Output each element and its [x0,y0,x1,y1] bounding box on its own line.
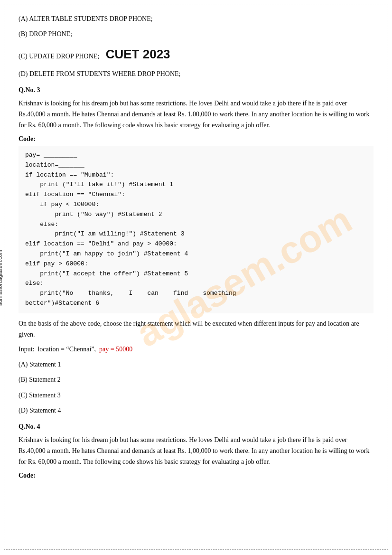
q3-text: Krishnav is looking for his dream job bu… [19,98,373,131]
option-a-q2: (A) ALTER TABLE STUDENTS DROP PHONE; [19,14,373,24]
q3-after-code: On the basis of the above code, choose t… [19,318,373,340]
q3-code-block: pay= _________ location=_______ if locat… [19,146,373,313]
option-b-q2: (B) DROP PHONE; [19,29,373,39]
q3-code-label: Code: [19,135,373,143]
q3-pay-highlight: pay = 50000 [99,346,132,353]
q3-number: Q.No. 3 [19,86,373,94]
side-label: admission.aglasem.com [0,250,3,306]
q4-text: Krishnav is looking for his dream job bu… [19,434,373,467]
q3-option-b: (B) Statement 2 [19,375,373,385]
q3-input-line: Input: location = “Chennai”, pay = 50000 [19,344,373,355]
q3-option-c: (C) Statement 3 [19,390,373,401]
q4-code-label: Code: [19,472,373,480]
cuet-heading: CUET 2023 [106,47,170,61]
q3-option-a: (A) Statement 1 [19,359,373,370]
page-container: aglasem.com (A) ALTER TABLE STUDENTS DRO… [4,4,388,550]
q4-number: Q.No. 4 [19,423,373,431]
q3-option-d: (D) Statement 4 [19,405,373,416]
option-d-q2: (D) DELETE FROM STUDENTS WHERE DROP PHON… [19,69,373,79]
option-c-q2: (C) UPDATE DROP PHONE; CUET 2023 [19,45,373,65]
